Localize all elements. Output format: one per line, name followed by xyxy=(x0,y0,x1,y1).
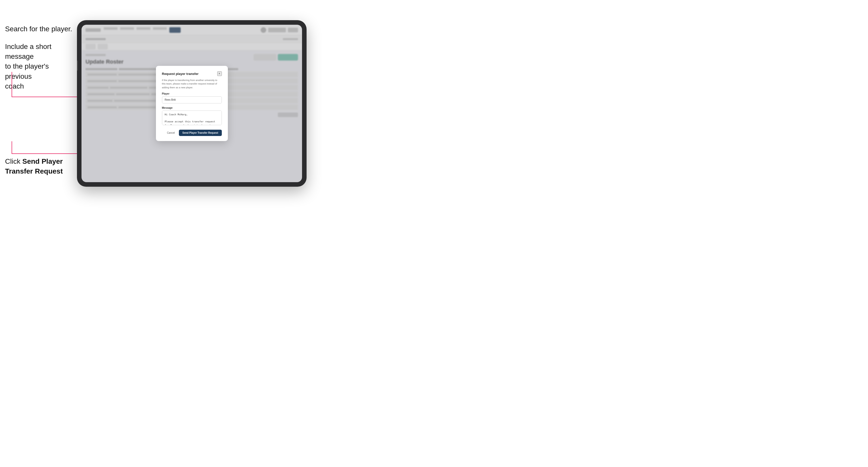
player-input[interactable] xyxy=(162,96,222,103)
modal-dialog: Request player transfer × If the player … xyxy=(156,66,228,141)
player-label: Player xyxy=(162,92,222,95)
tablet-side-button xyxy=(77,61,78,71)
modal-title: Request player transfer xyxy=(162,72,198,76)
annotation-click-text: Click Send Player Transfer Request xyxy=(5,156,63,176)
send-transfer-request-button[interactable]: Send Player Transfer Request xyxy=(179,130,222,136)
player-form-group: Player xyxy=(162,92,222,103)
arrow-line-vertical-2 xyxy=(11,141,12,154)
annotation-search-text: Search for the player. xyxy=(5,24,72,34)
message-form-group: Message Hi Coach McHarg, Please accept t… xyxy=(162,106,222,126)
modal-header: Request player transfer × xyxy=(162,71,222,76)
modal-overlay: Request player transfer × If the player … xyxy=(82,25,302,182)
modal-description: If the player is transferring from anoth… xyxy=(162,79,222,89)
tablet-screen: Update Roster xyxy=(82,25,302,182)
message-textarea[interactable]: Hi Coach McHarg, Please accept this tran… xyxy=(162,111,222,125)
cancel-button[interactable]: Cancel xyxy=(165,130,177,135)
message-label: Message xyxy=(162,106,222,109)
annotation-message-text: Include a short message to the player's … xyxy=(5,42,71,91)
modal-close-button[interactable]: × xyxy=(217,71,222,76)
modal-footer: Cancel Send Player Transfer Request xyxy=(162,130,222,136)
arrow-line-vertical-1 xyxy=(11,72,12,97)
tablet-device: Update Roster xyxy=(77,20,307,187)
